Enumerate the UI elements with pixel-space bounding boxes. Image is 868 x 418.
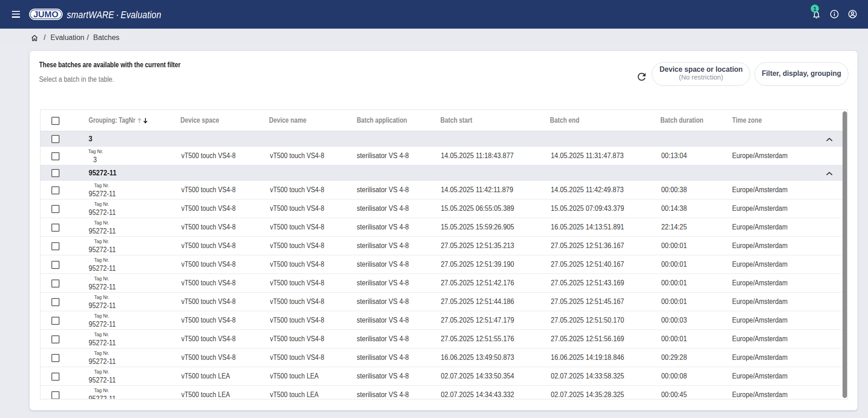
svg-text:JUMO: JUMO [34, 10, 59, 19]
